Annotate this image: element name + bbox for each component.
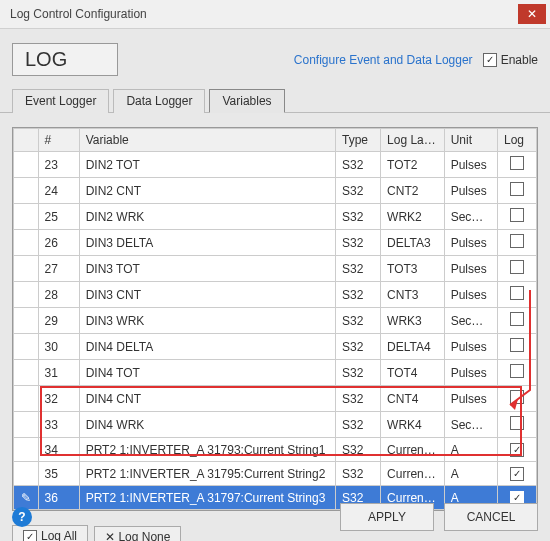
cell-log <box>497 204 536 230</box>
log-checkbox[interactable] <box>510 467 524 481</box>
table-row[interactable]: 35PRT2 1:INVERTER_A 31795:Current String… <box>14 462 537 486</box>
col-number[interactable]: # <box>38 129 79 152</box>
close-button[interactable]: ✕ <box>518 4 546 24</box>
col-log-label[interactable]: Log Label <box>381 129 445 152</box>
log-checkbox[interactable] <box>510 156 524 170</box>
cell-log <box>497 282 536 308</box>
cell-loglabel: Current … <box>381 438 445 462</box>
cell-number: 29 <box>38 308 79 334</box>
table-row[interactable]: 23DIN2 TOTS32TOT2Pulses <box>14 152 537 178</box>
cell-type: S32 <box>335 462 380 486</box>
col-log[interactable]: Log <box>497 129 536 152</box>
enable-block: Enable <box>483 53 538 67</box>
enable-label: Enable <box>501 53 538 67</box>
tabstrip: Event LoggerData LoggerVariables <box>0 80 550 113</box>
cell-log <box>497 230 536 256</box>
col-unit[interactable]: Unit <box>444 129 497 152</box>
log-checkbox[interactable] <box>510 182 524 196</box>
table-row[interactable]: 32DIN4 CNTS32CNT4Pulses <box>14 386 537 412</box>
cell-variable: DIN4 WRK <box>79 412 335 438</box>
cell-variable: PRT2 1:INVERTER_A 31795:Current String2 <box>79 462 335 486</box>
cell-log <box>497 412 536 438</box>
cell-variable: DIN4 CNT <box>79 386 335 412</box>
cell-type: S32 <box>335 360 380 386</box>
cell-number: 24 <box>38 178 79 204</box>
footer: ? APPLY CANCEL <box>12 503 538 531</box>
log-checkbox[interactable] <box>510 234 524 248</box>
help-button[interactable]: ? <box>12 507 32 527</box>
enable-checkbox[interactable] <box>483 53 497 67</box>
row-indicator <box>14 282 39 308</box>
cell-loglabel: WRK2 <box>381 204 445 230</box>
cell-number: 30 <box>38 334 79 360</box>
cell-number: 26 <box>38 230 79 256</box>
tab-event[interactable]: Event Logger <box>12 89 109 113</box>
log-checkbox[interactable] <box>510 390 524 404</box>
cell-variable: DIN2 CNT <box>79 178 335 204</box>
cell-variable: DIN3 CNT <box>79 282 335 308</box>
cell-unit: Pulses <box>444 152 497 178</box>
cell-number: 31 <box>38 360 79 386</box>
cell-type: S32 <box>335 412 380 438</box>
col-type[interactable]: Type <box>335 129 380 152</box>
table-row[interactable]: 31DIN4 TOTS32TOT4Pulses <box>14 360 537 386</box>
window-title: Log Control Configuration <box>10 7 518 21</box>
cell-unit: Pulses <box>444 178 497 204</box>
table-row[interactable]: 29DIN3 WRKS32WRK3Sec… <box>14 308 537 334</box>
cell-number: 23 <box>38 152 79 178</box>
cell-type: S32 <box>335 438 380 462</box>
row-indicator <box>14 334 39 360</box>
cell-log <box>497 386 536 412</box>
log-checkbox[interactable] <box>510 364 524 378</box>
log-checkbox[interactable] <box>510 312 524 326</box>
cell-variable: PRT2 1:INVERTER_A 31793:Current String1 <box>79 438 335 462</box>
log-checkbox[interactable] <box>510 338 524 352</box>
cell-loglabel: WRK3 <box>381 308 445 334</box>
row-indicator <box>14 438 39 462</box>
cell-type: S32 <box>335 282 380 308</box>
cell-type: S32 <box>335 230 380 256</box>
configure-logger-link[interactable]: Configure Event and Data Logger <box>294 53 473 67</box>
titlebar: Log Control Configuration ✕ <box>0 0 550 29</box>
log-checkbox[interactable] <box>510 208 524 222</box>
apply-button[interactable]: APPLY <box>340 503 434 531</box>
table-row[interactable]: 28DIN3 CNTS32CNT3Pulses <box>14 282 537 308</box>
cell-variable: DIN3 TOT <box>79 256 335 282</box>
row-indicator-header <box>14 129 39 152</box>
table-row[interactable]: 27DIN3 TOTS32TOT3Pulses <box>14 256 537 282</box>
cell-variable: DIN4 DELTA <box>79 334 335 360</box>
table-row[interactable]: 33DIN4 WRKS32WRK4Sec… <box>14 412 537 438</box>
cell-type: S32 <box>335 178 380 204</box>
variable-table: # Variable Type Log Label Unit Log 23DIN… <box>13 128 537 510</box>
table-row[interactable]: 25DIN2 WRKS32WRK2Sec… <box>14 204 537 230</box>
col-variable[interactable]: Variable <box>79 129 335 152</box>
cell-loglabel: TOT4 <box>381 360 445 386</box>
cell-type: S32 <box>335 334 380 360</box>
table-row[interactable]: 34PRT2 1:INVERTER_A 31793:Current String… <box>14 438 537 462</box>
cell-unit: A <box>444 462 497 486</box>
cancel-button[interactable]: CANCEL <box>444 503 538 531</box>
cell-number: 32 <box>38 386 79 412</box>
table-body: 23DIN2 TOTS32TOT2Pulses24DIN2 CNTS32CNT2… <box>14 152 537 510</box>
cell-loglabel: CNT3 <box>381 282 445 308</box>
table-header-row: # Variable Type Log Label Unit Log <box>14 129 537 152</box>
table-row[interactable]: 26DIN3 DELTAS32DELTA3Pulses <box>14 230 537 256</box>
table-row[interactable]: 30DIN4 DELTAS32DELTA4Pulses <box>14 334 537 360</box>
log-checkbox[interactable] <box>510 286 524 300</box>
cell-number: 25 <box>38 204 79 230</box>
cell-variable: DIN3 WRK <box>79 308 335 334</box>
cell-loglabel: DELTA4 <box>381 334 445 360</box>
row-indicator <box>14 360 39 386</box>
log-checkbox[interactable] <box>510 260 524 274</box>
cell-unit: Pulses <box>444 360 497 386</box>
tab-vars[interactable]: Variables <box>209 89 284 113</box>
log-name-field[interactable]: LOG <box>12 43 118 76</box>
table-row[interactable]: 24DIN2 CNTS32CNT2Pulses <box>14 178 537 204</box>
log-checkbox[interactable] <box>510 443 524 457</box>
cell-unit: A <box>444 438 497 462</box>
cell-variable: DIN2 WRK <box>79 204 335 230</box>
log-checkbox[interactable] <box>510 416 524 430</box>
cell-unit: Sec… <box>444 308 497 334</box>
row-indicator <box>14 308 39 334</box>
tab-data[interactable]: Data Logger <box>113 89 205 113</box>
